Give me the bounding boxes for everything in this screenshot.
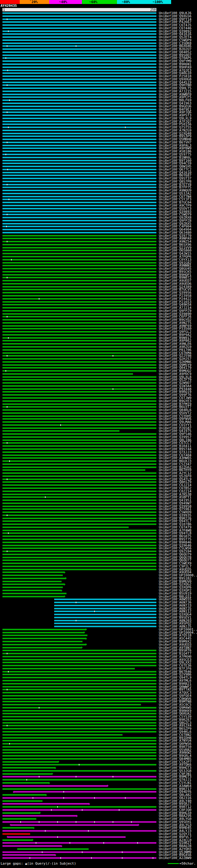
hit-bar[interactable] [2,271,156,273]
hit-bar[interactable] [2,250,156,251]
hit-bar[interactable] [2,719,156,720]
hit-bar[interactable] [2,352,156,354]
hit-bar[interactable] [2,138,156,140]
hit-bar[interactable] [2,680,156,681]
hit-bar[interactable] [2,668,135,670]
hit-bar[interactable] [2,133,156,134]
hit-bar[interactable] [2,262,156,264]
hit-bar[interactable] [2,671,156,673]
hit-bar[interactable] [2,415,156,417]
hit-bar[interactable] [2,105,156,107]
hit-bar[interactable] [2,457,156,459]
hit-bar[interactable] [2,515,156,516]
hit-bar[interactable] [2,36,156,38]
hit-bar[interactable] [2,803,89,805]
hit-bar[interactable] [2,84,156,86]
hit-bar[interactable] [2,728,156,730]
hit-bar[interactable] [2,833,30,835]
hit-bar[interactable] [2,571,64,573]
hit-bar[interactable] [2,815,76,816]
hit-bar[interactable] [2,761,58,763]
hit-bar[interactable] [54,623,156,624]
hit-bar[interactable] [2,566,156,567]
hit-bar[interactable] [2,328,156,330]
hit-bar[interactable] [2,79,156,80]
hit-bar[interactable] [2,259,156,260]
hit-bar[interactable] [2,424,156,426]
hit-bar[interactable] [2,301,156,303]
hit-bar[interactable] [2,66,156,68]
hit-bar[interactable] [2,779,156,780]
hit-bar[interactable] [2,496,156,498]
hit-bar[interactable] [2,172,156,173]
hit-bar[interactable] [2,198,156,200]
hit-bar[interactable] [2,283,156,284]
hit-bar[interactable] [2,289,156,290]
hit-bar[interactable] [2,295,156,297]
hit-bar[interactable] [2,842,156,844]
hit-bar[interactable] [2,39,156,41]
hit-bar[interactable] [54,602,156,603]
hit-bar[interactable] [2,707,156,709]
hit-bar[interactable] [2,689,156,690]
hit-bar[interactable] [2,412,156,414]
hit-bar[interactable] [2,439,156,441]
hit-bar[interactable] [2,298,156,300]
hit-bar[interactable] [2,782,48,784]
hit-bar[interactable] [2,472,156,474]
hit-bar[interactable] [2,217,156,218]
hit-bar[interactable] [2,184,156,185]
hit-bar[interactable] [54,611,156,612]
hit-bar[interactable] [2,641,83,642]
hit-bar[interactable] [2,650,156,651]
hit-bar[interactable] [2,662,156,663]
hit-bar[interactable] [2,520,156,522]
hit-bar[interactable] [2,508,156,510]
hit-bar[interactable] [2,788,156,790]
hit-bar[interactable] [2,96,156,98]
hit-bar[interactable] [2,361,156,363]
hit-bar[interactable] [2,214,156,215]
hit-bar[interactable] [2,593,66,594]
hit-bar[interactable] [2,280,156,281]
hit-bar[interactable] [2,175,156,176]
hit-bar[interactable] [2,24,156,26]
hit-bar[interactable] [2,469,145,471]
hit-bar[interactable] [2,656,156,657]
hit-bar[interactable] [2,400,156,402]
hit-bar[interactable] [2,812,39,814]
hit-bar[interactable] [11,824,138,826]
hit-bar[interactable] [2,575,63,576]
hit-bar[interactable] [2,391,156,393]
hit-bar[interactable] [2,794,45,796]
hit-bar[interactable] [2,563,156,564]
hit-bar[interactable] [2,19,156,20]
hit-bar[interactable] [2,82,156,83]
hit-bar[interactable] [2,725,156,726]
hit-bar[interactable] [2,587,63,588]
hit-bar[interactable] [2,162,156,164]
hit-bar[interactable] [2,463,156,465]
hit-bar[interactable] [54,598,156,600]
hit-bar[interactable] [2,538,156,540]
hit-bar[interactable] [2,70,156,71]
hit-bar[interactable] [2,638,86,639]
hit-bar[interactable] [2,827,33,829]
hit-bar[interactable] [2,845,61,847]
hit-bar[interactable] [2,518,156,519]
hit-bar[interactable] [2,857,156,859]
hit-bar[interactable] [2,99,156,101]
hit-bar[interactable] [2,355,156,356]
hit-bar[interactable] [2,307,156,309]
hit-bar[interactable] [2,548,156,549]
hit-bar[interactable] [2,268,156,270]
hit-bar[interactable] [2,839,32,841]
hit-bar[interactable] [2,72,156,74]
hit-bar[interactable] [2,491,156,492]
hit-bar[interactable] [2,809,156,811]
hit-bar[interactable] [2,247,156,248]
hit-bar[interactable] [2,178,156,179]
hit-bar[interactable] [54,605,156,606]
hit-bar[interactable] [2,226,156,227]
hit-bar[interactable] [2,713,156,714]
